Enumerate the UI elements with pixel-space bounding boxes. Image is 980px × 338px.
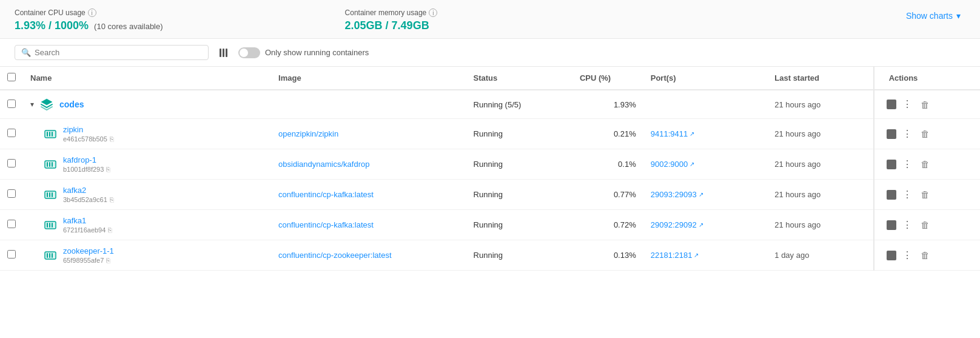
container-name-cell: kafka1 6721f16aeb94 ⎘ (23, 210, 271, 240)
container-image-link[interactable]: confluentinc/cp-zookeeper:latest (278, 251, 391, 260)
copy-icon[interactable]: ⎘ (110, 196, 114, 203)
container-checkbox-1[interactable] (7, 159, 16, 167)
external-link-icon: ↗ (694, 252, 699, 259)
chevron-down-icon: ▾ (956, 11, 961, 21)
table-row: zipkin e461c578b505 ⎘ openzipkin/zipkin … (0, 119, 980, 149)
stop-button[interactable] (887, 190, 896, 200)
container-image-cell: openzipkin/zipkin (271, 119, 466, 149)
container-checkbox-cell (0, 119, 23, 149)
cpu-label: Container CPU usage (15, 8, 86, 17)
copy-icon[interactable]: ⎘ (106, 257, 110, 264)
table-row: zookeeper-1-1 65f98955afe7 ⎘ confluentin… (0, 240, 980, 271)
copy-icon[interactable]: ⎘ (106, 166, 110, 173)
container-image-link[interactable]: obsidiandynamics/kafdrop (278, 160, 369, 169)
container-name-link[interactable]: zookeeper-1-1 (63, 246, 114, 255)
container-checkbox-4[interactable] (7, 250, 16, 259)
select-all-checkbox[interactable] (7, 73, 16, 81)
toolbar: 🔍 Only show running containers (0, 39, 980, 67)
container-cpu: 0.72% (572, 210, 643, 240)
header-ports: Port(s) (643, 67, 768, 90)
show-charts-button[interactable]: Show charts ▾ (901, 8, 965, 23)
container-name-cell: zookeeper-1-1 65f98955afe7 ⎘ (23, 240, 271, 271)
external-link-icon: ↗ (699, 221, 703, 228)
table-row: kafdrop-1 b1001df8f293 ⎘ obsidiandynamic… (0, 149, 980, 180)
columns-button[interactable] (216, 46, 231, 59)
external-link-icon: ↗ (690, 161, 694, 167)
container-last-started: 21 hours ago (767, 119, 873, 149)
more-options-button[interactable]: ⋮ (900, 98, 915, 110)
group-last-started: 21 hours ago (767, 90, 873, 119)
container-name-link[interactable]: kafka1 (63, 216, 112, 225)
delete-button[interactable]: 🗑 (918, 249, 932, 262)
container-port-link[interactable]: 22181:2181 ↗ (651, 251, 699, 260)
search-input[interactable] (35, 48, 202, 57)
container-id: 3b45d52a9c61 ⎘ (63, 196, 114, 203)
container-status: Running (466, 210, 572, 240)
container-checkbox-cell (0, 240, 23, 271)
group-name-cell: ▾ codes (23, 90, 271, 119)
container-status: Running (466, 240, 572, 271)
container-port-link[interactable]: 9411:9411 ↗ (651, 129, 694, 138)
delete-button[interactable]: 🗑 (918, 188, 932, 201)
container-name-link[interactable]: zipkin (63, 125, 114, 134)
container-image-link[interactable]: openzipkin/zipkin (278, 129, 338, 138)
container-checkbox-0[interactable] (7, 129, 16, 137)
container-name-link[interactable]: kafdrop-1 (63, 155, 110, 164)
group-image-cell (271, 90, 466, 119)
expand-button[interactable]: ▾ (30, 100, 34, 109)
container-image-cell: confluentinc/cp-kafka:latest (271, 180, 466, 210)
delete-button[interactable]: 🗑 (918, 158, 932, 171)
more-options-button[interactable]: ⋮ (900, 219, 915, 231)
stop-button[interactable] (887, 129, 896, 139)
container-name-cell: kafka2 3b45d52a9c61 ⎘ (23, 180, 271, 210)
mem-metric: Container memory usage i 2.05GB / 7.49GB (345, 8, 438, 32)
toggle-wrapper: Only show running containers (238, 47, 369, 58)
cpu-info-icon[interactable]: i (88, 8, 96, 17)
container-actions: ⋮ 🗑 (874, 119, 980, 149)
container-image-cell: obsidiandynamics/kafdrop (271, 149, 466, 180)
stack-icon (39, 96, 55, 112)
container-status: Running (466, 119, 572, 149)
group-status: Running (5/5) (466, 90, 572, 119)
container-image-link[interactable]: confluentinc/cp-kafka:latest (278, 220, 374, 229)
header-last-started: Last started (767, 67, 873, 90)
stop-button[interactable] (887, 160, 896, 169)
container-cpu: 0.1% (572, 149, 643, 180)
container-port: 22181:2181 ↗ (643, 240, 768, 271)
containers-table: Name Image Status CPU (%) Port(s) Last s… (0, 67, 980, 271)
container-port-link[interactable]: 29092:29092 ↗ (651, 220, 703, 229)
container-name-row: kafdrop-1 b1001df8f293 ⎘ (63, 155, 110, 173)
container-checkbox-3[interactable] (7, 220, 16, 228)
mem-info-icon[interactable]: i (429, 8, 437, 17)
container-name-link[interactable]: kafka2 (63, 186, 114, 195)
container-image-link[interactable]: confluentinc/cp-kafka:latest (278, 190, 374, 199)
container-port-link[interactable]: 29093:29093 ↗ (651, 190, 703, 199)
container-port-link[interactable]: 9002:9000 ↗ (651, 160, 694, 169)
stop-button[interactable] (887, 220, 896, 230)
group-cpu: 1.93% (572, 90, 643, 119)
container-icon (42, 248, 58, 263)
group-name-link[interactable]: codes (59, 100, 84, 109)
container-port: 29093:29093 ↗ (643, 180, 768, 210)
copy-icon[interactable]: ⎘ (110, 135, 114, 143)
container-last-started: 1 day ago (767, 240, 873, 271)
container-checkbox-2[interactable] (7, 189, 16, 198)
copy-icon[interactable]: ⎘ (108, 226, 112, 234)
more-options-button[interactable]: ⋮ (900, 158, 915, 171)
delete-button[interactable]: 🗑 (918, 218, 932, 231)
delete-button[interactable]: 🗑 (918, 98, 932, 111)
running-containers-toggle[interactable] (238, 47, 260, 58)
more-options-button[interactable]: ⋮ (900, 189, 915, 201)
delete-button[interactable]: 🗑 (918, 127, 932, 140)
more-options-button[interactable]: ⋮ (900, 128, 915, 140)
search-box: 🔍 (15, 45, 209, 60)
stop-button[interactable] (887, 100, 896, 109)
header-name: Name (23, 67, 271, 90)
group-checkbox[interactable] (7, 100, 16, 108)
more-options-button[interactable]: ⋮ (900, 249, 915, 262)
container-cpu: 0.77% (572, 180, 643, 210)
stop-button[interactable] (887, 251, 896, 260)
table-row: kafka2 3b45d52a9c61 ⎘ confluentinc/cp-ka… (0, 180, 980, 210)
container-cpu: 0.21% (572, 119, 643, 149)
container-icon (42, 157, 58, 172)
